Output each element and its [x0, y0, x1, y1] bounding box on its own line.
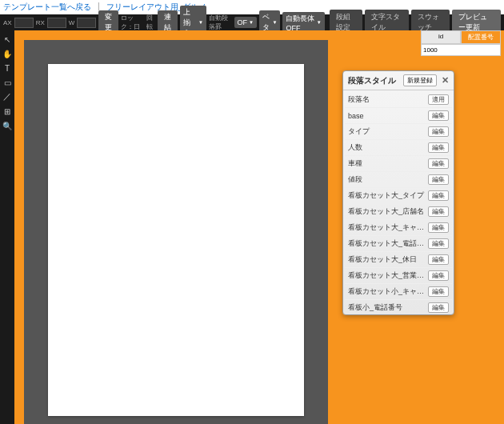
paragraph-style-panel: 段落スタイル 新規登録 ✕ 段落名適用base編集タイプ編集人数編集車種編集値段… [342, 70, 454, 315]
style-row[interactable]: 値段編集 [345, 172, 452, 188]
style-name: タイプ [348, 126, 428, 137]
style-row[interactable]: 看板カセット大_キャッチコピー編集 [345, 220, 452, 236]
panel-body[interactable]: 段落名適用base編集タイプ編集人数編集車種編集値段編集看板カセット大_タイプ編… [343, 90, 454, 314]
autohyphen-label: 自動段落罫 [209, 14, 232, 31]
edit-button[interactable]: 編集 [428, 158, 449, 169]
select-tool[interactable]: ↖ [1, 33, 14, 46]
style-row[interactable]: タイプ編集 [345, 124, 452, 140]
canvas-area: id 配置番号 1000 段落スタイル 新規登録 ✕ 段落名適用base編集タイ… [14, 30, 504, 424]
style-name: 段落名 [348, 94, 428, 105]
edit-button[interactable]: 編集 [428, 270, 449, 281]
edit-button[interactable]: 編集 [428, 302, 449, 313]
style-row[interactable]: 看板カセット大_営業時間編集 [345, 268, 452, 284]
style-row[interactable]: 看板カセット大_店舗名編集 [345, 204, 452, 220]
main-toolbar: AX RX W 変更 ロック：日 回転 連結 上揃え 自動段落罫 OF ベタ 自… [0, 14, 504, 30]
text-tool[interactable]: T [1, 62, 14, 74]
panel-title: 段落スタイル [348, 75, 403, 86]
edit-button[interactable]: 編集 [428, 110, 449, 121]
rx-label: RX [36, 19, 45, 26]
w-input[interactable] [77, 18, 96, 28]
edit-button[interactable]: 編集 [428, 238, 449, 249]
tool-sidebar: ↖ ✋ T ▭ ／ ⊞ 🔍 [0, 30, 14, 424]
right-tab-placement[interactable]: 配置番号 [461, 30, 501, 44]
right-inspector: id 配置番号 1000 [421, 30, 501, 56]
style-row[interactable]: 車種編集 [345, 156, 452, 172]
style-row[interactable]: base編集 [345, 108, 452, 124]
style-name: 看板カセット大_店舗名 [348, 206, 428, 217]
style-name: 看板カセット小_キャッチコピー [348, 286, 428, 297]
grid-tool[interactable]: ⊞ [1, 105, 14, 118]
right-tab-id[interactable]: id [421, 30, 461, 44]
rx-input[interactable] [47, 18, 66, 28]
edit-button[interactable]: 編集 [428, 142, 449, 153]
edit-button[interactable]: 編集 [428, 222, 449, 233]
zoom-tool[interactable]: 🔍 [1, 119, 14, 132]
style-row[interactable]: 看板カセット小_キャッチコピー編集 [345, 284, 452, 300]
style-name: 看板カセット大_タイプ [348, 190, 428, 201]
style-row[interactable]: 段落名適用 [345, 92, 452, 108]
edit-button[interactable]: 編集 [428, 206, 449, 217]
lock-label: ロック：日 [121, 14, 144, 31]
style-row[interactable]: 看板カセット大_電話番号編集 [345, 236, 452, 252]
apply-button[interactable]: 適用 [428, 94, 449, 105]
style-name: 値段 [348, 174, 428, 185]
style-name: 人数 [348, 142, 428, 153]
rotate-label: 回転 [146, 14, 155, 31]
off-dropdown[interactable]: OF [234, 17, 257, 28]
style-row[interactable]: 人数編集 [345, 140, 452, 156]
edit-button[interactable]: 編集 [428, 126, 449, 137]
style-name: 看板カセット大_営業時間 [348, 270, 428, 281]
close-icon[interactable]: ✕ [442, 75, 449, 86]
w-label: W [69, 19, 75, 26]
edit-button[interactable]: 編集 [428, 286, 449, 297]
document-page[interactable] [48, 64, 304, 416]
line-tool[interactable]: ／ [1, 90, 14, 103]
style-name: 車種 [348, 158, 428, 169]
ax-input[interactable] [14, 18, 34, 28]
back-link[interactable]: テンプレート一覧へ戻る [3, 2, 91, 13]
edit-button[interactable]: 編集 [428, 254, 449, 265]
ax-label: AX [3, 19, 12, 26]
style-name: 看板カセット大_休日 [348, 254, 428, 265]
edit-button[interactable]: 編集 [428, 174, 449, 185]
style-name: 看板カセット大_キャッチコピー [348, 222, 428, 233]
style-name: 看板小_電話番号 [348, 302, 428, 313]
right-inspector-body: 1000 [421, 44, 501, 56]
rect-tool[interactable]: ▭ [1, 76, 14, 89]
style-name: base [348, 112, 428, 120]
hand-tool[interactable]: ✋ [1, 47, 14, 60]
new-style-button[interactable]: 新規登録 [403, 74, 437, 86]
main-area: ↖ ✋ T ▭ ／ ⊞ 🔍 id 配置番号 1000 段落スタイル 新規登録 ✕… [0, 30, 504, 424]
style-row[interactable]: 看板カセット大_タイプ編集 [345, 188, 452, 204]
style-row[interactable]: 看板カセット大_休日編集 [345, 252, 452, 268]
edit-button[interactable]: 編集 [428, 190, 449, 201]
style-row[interactable]: 看板小_電話番号編集 [345, 300, 452, 314]
panel-header[interactable]: 段落スタイル 新規登録 ✕ [343, 71, 454, 90]
style-name: 看板カセット大_電話番号 [348, 238, 428, 249]
canvas-pasteboard [24, 40, 328, 424]
